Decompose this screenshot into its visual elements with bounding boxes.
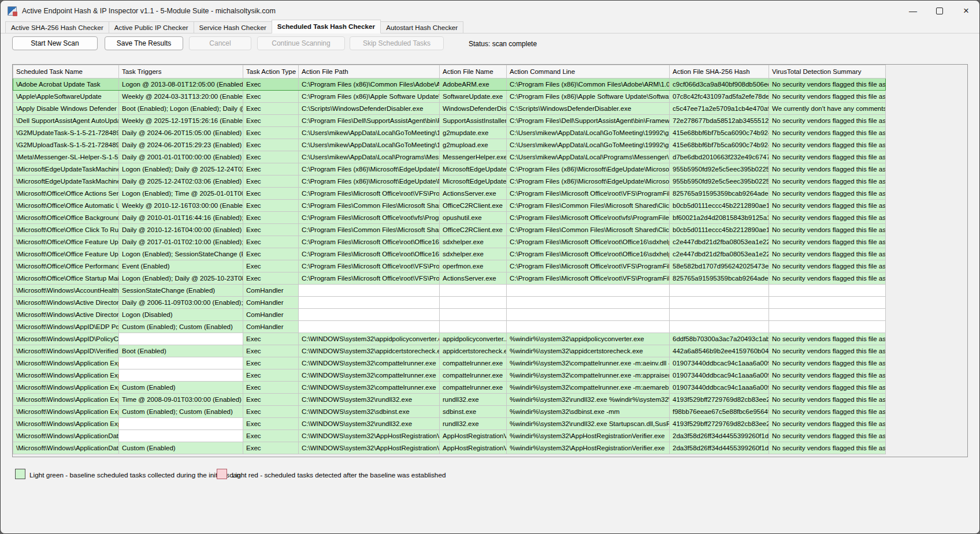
table-cell[interactable]: C:\Program Files\Microsoft Office\root\V… [507,260,670,272]
table-cell[interactable]: Exec [243,103,299,115]
table-cell[interactable] [670,297,769,309]
table-cell[interactable]: Logon (Enabled); SessionStateChange (Ena… [119,248,243,260]
table-cell[interactable]: C:\Program Files (x86)\Microsoft\EdgeUpd… [507,175,670,188]
table-cell[interactable]: C:\Program Files\Microsoft Office\root\v… [299,212,440,224]
table-cell[interactable]: No security vendors flagged this file as… [769,175,886,188]
table-cell[interactable]: Exec [243,394,299,406]
table-cell[interactable]: 4193f529bff2729769d82cb83ee20... [670,394,769,406]
table-cell[interactable]: c2e447dbd21d2fba08053ea1e223... [670,236,769,248]
table-cell[interactable]: No security vendors flagged this file as… [769,236,886,248]
table-cell[interactable]: opushutil.exe [440,212,507,224]
table-cell[interactable]: C:\Program Files\Microsoft Office\root\V… [507,188,670,200]
column-header-scheduled-task-name[interactable]: Scheduled Task Name [13,65,119,79]
table-cell[interactable]: ActionsServer.exe [440,188,507,200]
table-cell[interactable]: \Microsoft\Windows\AppID\EDP Poli... [13,321,119,333]
table-row[interactable]: \Microsoft\Windows\Application Expe...Ti… [13,394,886,406]
table-cell[interactable]: Custom (Enabled); Custom (Enabled) [119,406,243,418]
table-cell[interactable]: C:\WINDOWS\system32\appidcertstorecheck.… [299,345,440,357]
table-cell[interactable]: C:\Program Files\Microsoft Office\root\V… [507,272,670,285]
table-cell[interactable]: No security vendors flagged this file as… [769,151,886,163]
table-cell[interactable]: C:\WINDOWS\system32\compattelrunner.exe [299,382,440,394]
table-cell[interactable]: Exec [243,248,299,260]
table-cell[interactable]: \Microsoft\Office\Office Feature Upda... [13,236,119,248]
table-cell[interactable]: appidpolicyconverter... [440,333,507,345]
tab-autostart-hash-checker[interactable]: Autostart Hash Checker [380,21,463,33]
table-cell[interactable] [299,297,440,309]
table-cell[interactable]: \Microsoft\Office\Office Performance ... [13,260,119,272]
table-cell[interactable]: Exec [243,188,299,200]
table-cell[interactable]: C:\Scripts\WindowsDefenderDisabler.exe [299,103,440,115]
table-cell[interactable]: C:\Program Files\Dell\SupportAssistAgent… [507,115,670,127]
table-cell[interactable]: \G2MUpdateTask-S-1-5-21-72848938... [13,127,119,139]
table-cell[interactable]: appidcertstorecheck.e... [440,345,507,357]
tab-scheduled-task-hash-checker[interactable]: Scheduled Task Hash Checker [272,20,381,33]
table-cell[interactable]: Daily @ 2001-01-01T00:00:00 (Enabled) [119,151,243,163]
table-cell[interactable]: Logon (Enabled); Daily @ 2025-12-24T02:3… [119,163,243,175]
table-cell[interactable]: c9cf066d3ca9a840bf908db506ed9... [670,79,769,91]
table-cell[interactable]: 72e278677bda58512ab345551219... [670,115,769,127]
table-cell[interactable]: Exec [243,151,299,163]
table-row[interactable]: \Microsoft\Office\Office Startup Maint..… [13,272,886,285]
table-cell[interactable]: b0cb5d0111eccc45b2212890ae13... [670,200,769,212]
table-cell[interactable]: C:\Program Files\Microsoft Office\root\v… [507,212,670,224]
table-cell[interactable]: \Microsoft\Office\Office Actions Server [13,188,119,200]
table-row[interactable]: \Microsoft\Windows\Application Expe...Ex… [13,418,886,430]
table-row[interactable]: \Microsoft\Windows\Active Directory ...D… [13,297,886,309]
table-cell[interactable]: Custom (Enabled); Custom (Enabled) [119,321,243,333]
table-cell[interactable]: C:\WINDOWS\system32\compattelrunner.exe [299,369,440,382]
table-cell[interactable]: \G2MUploadTask-S-1-5-21-72848938... [13,139,119,151]
table-cell[interactable]: Logon (Enabled); Time @ 2025-01-01T00:00… [119,188,243,200]
table-row[interactable]: \Microsoft\Windows\ApplicationData\...Cu… [13,442,886,454]
table-cell[interactable]: Exec [243,200,299,212]
table-cell[interactable]: 6ddf58b70300a3ac7a20493c1ab2... [670,333,769,345]
table-cell[interactable]: Exec [243,369,299,382]
table-cell[interactable] [299,321,440,333]
table-cell[interactable]: %windir%\system32\rundll32.exe Startupsc… [507,418,670,430]
table-cell[interactable]: C:\Program Files (x86)\Microsoft\EdgeUpd… [507,163,670,175]
table-cell[interactable]: %windir%\system32\compattelrunner.exe -m… [507,382,670,394]
table-cell[interactable]: MicrosoftEdgeUpdate... [440,163,507,175]
table-cell[interactable]: Exec [243,115,299,127]
table-cell[interactable]: Time @ 2008-09-01T03:00:00 (Enabled) [119,394,243,406]
table-cell[interactable]: Exec [243,272,299,285]
table-cell[interactable]: No security vendors flagged this file as… [769,248,886,260]
table-row[interactable]: \Microsoft\Windows\Active Directory ...L… [13,309,886,321]
table-cell[interactable]: No security vendors flagged this file as… [769,406,886,418]
table-cell[interactable]: C:\Users\mikew\AppData\Local\GoToMeeting… [507,139,670,151]
column-header-task-triggers[interactable]: Task Triggers [119,65,243,79]
table-cell[interactable]: compattelrunner.exe [440,369,507,382]
table-row[interactable]: \Microsoft\Office\Office Click To Run S.… [13,224,886,236]
table-cell[interactable]: ActionsServer.exe [440,272,507,285]
table-cell[interactable]: C:\Program Files\Common Files\Microsoft … [507,224,670,236]
table-row[interactable]: \Apple\AppleSoftwareUpdateWeekly @ 2024-… [13,91,886,103]
table-row[interactable]: \Dell SupportAssistAgent AutoUpdateWeekl… [13,115,886,127]
start-new-scan-button[interactable]: Start New Scan [12,36,98,50]
table-cell[interactable]: C:\WINDOWS\system32\compattelrunner.exe [299,357,440,369]
table-cell[interactable]: Boot (Enabled) [119,345,243,357]
table-cell[interactable]: c2e447dbd21d2fba08053ea1e223... [670,248,769,260]
table-cell[interactable]: C:\Users\mikew\AppData\Local\GoToMeeting… [299,139,440,151]
table-cell[interactable]: %windir%\system32\sdbinst.exe -mm [507,406,670,418]
table-cell[interactable]: b0cb5d0111eccc45b2212890ae13... [670,224,769,236]
table-cell[interactable] [440,285,507,297]
table-cell[interactable] [670,321,769,333]
table-cell[interactable]: \Microsoft\Windows\Active Directory ... [13,297,119,309]
table-cell[interactable] [440,321,507,333]
table-cell[interactable]: SessionStateChange (Enabled) [119,285,243,297]
table-cell[interactable] [769,285,886,297]
table-cell[interactable]: Daily @ 2024-06-20T15:05:00 (Enabled) [119,127,243,139]
table-cell[interactable] [507,309,670,321]
table-cell[interactable]: No security vendors flagged this file as… [769,418,886,430]
table-row[interactable]: \Microsoft\Office\Office Background ...D… [13,212,886,224]
column-header-virustotal-summary[interactable]: VirusTotal Detection Summary [769,65,886,79]
table-cell[interactable]: No security vendors flagged this file as… [769,139,886,151]
table-cell[interactable]: C:\Program Files (x86)\Apple Software Up… [299,91,440,103]
table-cell[interactable] [299,285,440,297]
table-cell[interactable]: SoftwareUpdate.exe [440,91,507,103]
table-row[interactable]: \Microsoft\Office\Office Performance ...… [13,260,886,272]
table-cell[interactable]: Daily @ 2006-11-09T03:00:00 (Enabled); L… [119,297,243,309]
table-cell[interactable]: 07c8c42fc431097ad5fa2efe78de9... [670,91,769,103]
table-cell[interactable]: 442a6a8546b9b2ee4159760b04e8... [670,345,769,357]
table-cell[interactable] [119,357,243,369]
table-cell[interactable]: 019073440ddbcac94c1aaa6a0098... [670,369,769,382]
